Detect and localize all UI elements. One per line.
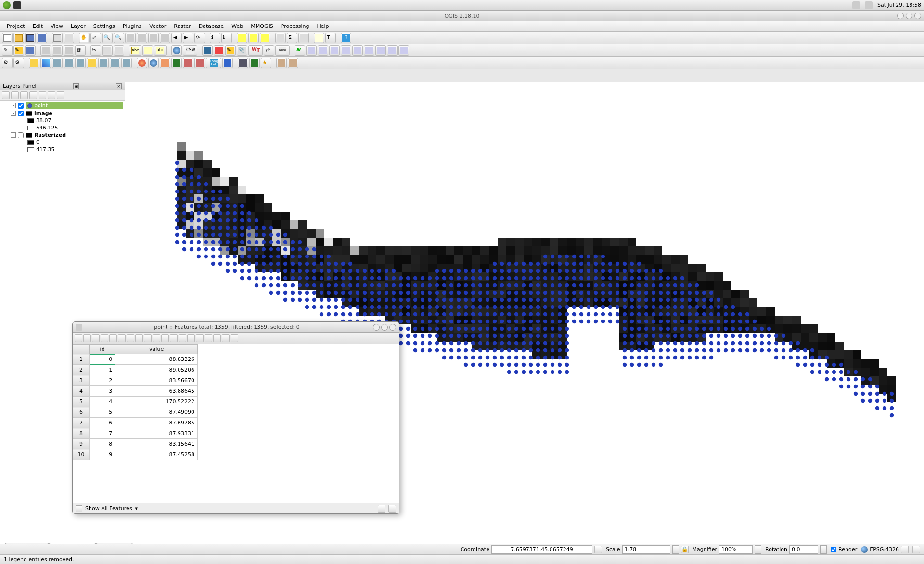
table-view-icon[interactable]: [388, 505, 396, 513]
expand-all-icon[interactable]: [38, 91, 46, 99]
menu-processing[interactable]: Processing: [277, 22, 313, 31]
clock[interactable]: Sat Jul 29, 18:58: [877, 2, 921, 8]
toggle-editing-button[interactable]: ✎: [13, 45, 24, 56]
delete-selected-icon[interactable]: [109, 334, 117, 342]
style-manager-icon[interactable]: [2, 91, 10, 99]
messages-log-icon[interactable]: [912, 546, 920, 553]
cell-value[interactable]: 170.52222: [116, 397, 198, 407]
layer-item-rasterized[interactable]: - Rasterized: [1, 131, 124, 139]
coordinate-input[interactable]: [491, 545, 592, 554]
table-row[interactable]: 4 3 63.88645: [73, 386, 198, 397]
reload-icon[interactable]: [92, 334, 100, 342]
zoom-in-button[interactable]: 🔍: [102, 33, 113, 43]
plugin-globe2-icon[interactable]: [148, 58, 159, 68]
save-project-button[interactable]: [25, 33, 36, 43]
cell-id[interactable]: 3: [90, 386, 116, 397]
layer-label-point[interactable]: point: [26, 102, 123, 109]
map-tips-button[interactable]: [314, 33, 324, 43]
label-tool-1[interactable]: abc: [129, 45, 141, 56]
cut-features-button[interactable]: ✂: [90, 45, 101, 56]
add-mssql-button[interactable]: [75, 58, 86, 68]
add-vector-button[interactable]: [29, 58, 39, 68]
form-view-icon[interactable]: [378, 505, 385, 513]
maximize-button[interactable]: [906, 13, 912, 19]
cell-id[interactable]: 7: [90, 428, 116, 439]
globe-tool[interactable]: [171, 45, 182, 56]
cell-value[interactable]: 88.83326: [116, 354, 198, 365]
cell-id[interactable]: 4: [90, 397, 116, 407]
zoom-full-button[interactable]: [137, 33, 147, 43]
cell-id[interactable]: 2: [90, 375, 116, 386]
cell-value[interactable]: 83.56670: [116, 375, 198, 386]
invert-selection-icon[interactable]: [135, 334, 143, 342]
menu-mmqgis[interactable]: MMQGIS: [247, 22, 277, 31]
metasearch-button[interactable]: CSW: [183, 45, 197, 56]
table-row[interactable]: 8 7 87.93331: [73, 428, 198, 439]
add-postgis-button[interactable]: [52, 58, 63, 68]
pan-to-selected-icon[interactable]: [170, 334, 178, 342]
plugin-tool-area[interactable]: area: [275, 45, 290, 56]
row-number-cell[interactable]: 3: [73, 375, 90, 386]
table-row[interactable]: 2 1 89.05206: [73, 365, 198, 375]
crs-group[interactable]: EPSG:4326: [861, 546, 909, 553]
row-number-cell[interactable]: 4: [73, 386, 90, 397]
vector-tool-5[interactable]: [341, 45, 351, 56]
row-number-cell[interactable]: 1: [73, 354, 90, 365]
field-calculator-button[interactable]: Σ: [287, 33, 297, 43]
plugin-tool-3[interactable]: 📎: [237, 45, 247, 56]
dialog-close-button[interactable]: [389, 324, 396, 331]
processing-options-button[interactable]: ⚙: [13, 58, 24, 68]
table-row[interactable]: 9 8 83.15641: [73, 439, 198, 449]
select-all-icon[interactable]: [127, 334, 134, 342]
filter-selection-icon[interactable]: [153, 334, 160, 342]
plugin-spiral-icon[interactable]: [137, 58, 147, 68]
menu-edit[interactable]: Edit: [29, 22, 47, 31]
scale-lock-icon[interactable]: 🔒: [681, 546, 689, 553]
vector-tool-6[interactable]: [352, 45, 363, 56]
table-row[interactable]: 5 4 170.52222: [73, 397, 198, 407]
save-as-button[interactable]: [37, 33, 47, 43]
select-expression-button[interactable]: [248, 33, 259, 43]
filter-mode-dropdown[interactable]: Show All Features: [85, 505, 132, 512]
layer-visibility-checkbox[interactable]: [18, 132, 24, 138]
plugin-green-icon[interactable]: [249, 58, 260, 68]
save-edits-button[interactable]: [25, 45, 36, 56]
deselect-button[interactable]: [260, 33, 270, 43]
panel-close-icon[interactable]: ×: [116, 83, 122, 89]
open-field-calc-icon[interactable]: [222, 334, 230, 342]
layers-panel-title[interactable]: Layers Panel ▣ ×: [0, 82, 125, 90]
menu-project[interactable]: Project: [3, 22, 29, 31]
paste-features-button[interactable]: [114, 45, 124, 56]
magnifier-spinner[interactable]: [755, 545, 761, 554]
refresh-button[interactable]: ⟳: [194, 33, 205, 43]
plugin-longlat-icon[interactable]: LongLat: [206, 58, 221, 68]
layer-visibility-checkbox[interactable]: [18, 111, 24, 116]
open-project-button[interactable]: [13, 33, 24, 43]
menu-database[interactable]: Database: [195, 22, 228, 31]
menu-bar[interactable]: Project Edit View Layer Settings Plugins…: [0, 21, 924, 32]
vector-tool-3[interactable]: [318, 45, 328, 56]
vector-tool-2[interactable]: [306, 45, 317, 56]
cell-id[interactable]: 0: [90, 354, 116, 365]
cell-value[interactable]: 83.15641: [116, 439, 198, 449]
delete-column-icon[interactable]: [213, 334, 221, 342]
taskbar-app-icon[interactable]: [13, 1, 21, 9]
scale-input[interactable]: [622, 545, 670, 554]
expand-icon[interactable]: -: [11, 111, 16, 116]
dialog-maximize-button[interactable]: [381, 324, 388, 331]
cell-id[interactable]: 9: [90, 449, 116, 460]
toggle-editing-icon[interactable]: [75, 334, 82, 342]
panel-undock-icon[interactable]: ▣: [73, 83, 79, 89]
deselect-all-icon[interactable]: [144, 334, 152, 342]
conditional-formatting-icon[interactable]: [231, 334, 238, 342]
minimize-button[interactable]: [897, 13, 904, 19]
row-number-header[interactable]: [73, 345, 90, 354]
processing-toolbox-button[interactable]: ⚙: [2, 58, 13, 68]
row-number-cell[interactable]: 7: [73, 418, 90, 428]
menu-plugins[interactable]: Plugins: [119, 22, 145, 31]
plugin-mouse-icon[interactable]: [238, 58, 248, 68]
table-row[interactable]: 7 6 87.69785: [73, 418, 198, 428]
filter-legend-icon[interactable]: [29, 91, 37, 99]
move-selection-top-icon[interactable]: [161, 334, 169, 342]
dialog-titlebar[interactable]: point :: Features total: 1359, filtered:…: [73, 322, 399, 333]
